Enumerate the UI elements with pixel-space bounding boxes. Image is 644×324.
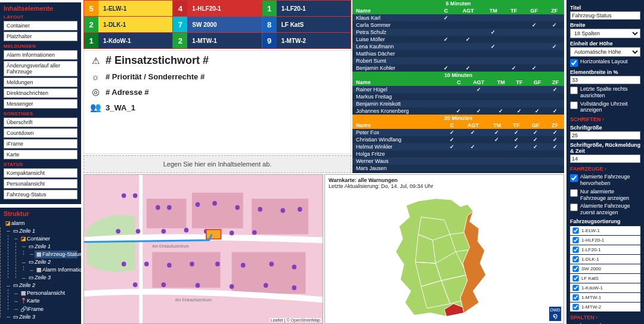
responder-row[interactable]: Werner Waus xyxy=(352,158,564,165)
responder-row[interactable]: Rainer Hügel xyxy=(352,86,564,93)
lbl-schriftgr: Schriftgröße xyxy=(570,125,640,131)
responder-row[interactable]: Petra Schulz xyxy=(352,29,564,36)
chk-horiz[interactable] xyxy=(570,59,578,67)
responder-row[interactable]: Helmut Winkler xyxy=(352,143,564,150)
btn-platzhalter[interactable]: Platzhalter xyxy=(4,32,78,41)
struktur-tree[interactable]: ◪alarm ▭Zeile 1 ◪Container ▭Zeile 1 ▦Fah… xyxy=(4,220,78,321)
vehicle-cell[interactable]: 91-MTW-2 xyxy=(262,33,351,48)
node-zeile3[interactable]: Zeile 3 xyxy=(19,314,35,320)
group-schriften[interactable]: SCHRIFTEN › xyxy=(570,116,640,122)
btn-personal[interactable]: Personalansicht xyxy=(4,179,78,189)
btn-iframe[interactable]: iFrame xyxy=(4,139,78,149)
node-iframe[interactable]: iFrame xyxy=(27,306,44,312)
btn-meldungen[interactable]: Meldungen xyxy=(4,78,78,87)
dropzone[interactable]: Legen Sie hier ein Inhaltselement ab. xyxy=(83,155,351,173)
btn-countdown[interactable]: Countdown xyxy=(4,128,78,138)
chk-alarm-first[interactable] xyxy=(570,203,578,211)
responder-row[interactable]: Christian Windfang xyxy=(352,136,564,143)
vehicle-status-number: 9 xyxy=(262,33,277,48)
node-zeile2[interactable]: Zeile 2 xyxy=(19,282,35,288)
vehicle-sort-item[interactable]: 1-KdoW-1 xyxy=(570,283,640,292)
vehicle-cell[interactable]: 21-DLK-1 xyxy=(84,17,172,32)
responder-row[interactable]: Lena Kaufmann xyxy=(352,43,564,50)
btn-kompakt[interactable]: Kompaktansicht xyxy=(4,168,78,178)
check-icon xyxy=(450,144,454,150)
vehicle-sort-item[interactable]: 1-ELW-1 xyxy=(570,226,640,235)
svg-point-27 xyxy=(215,261,220,266)
check-icon xyxy=(444,36,448,42)
node-inner-z3[interactable]: Zeile 3 xyxy=(35,274,51,280)
vehicle-status-number: 2 xyxy=(173,33,187,48)
responder-row[interactable]: Robert Sumt xyxy=(352,57,564,64)
vehicle-cell[interactable]: 8LF KatS xyxy=(262,17,351,32)
container-icon: ◪ xyxy=(20,235,26,243)
vehicle-cell[interactable]: 51-ELW-1 xyxy=(84,1,172,16)
responder-row[interactable]: Holga Fritze xyxy=(352,150,564,158)
node-container[interactable]: Container xyxy=(27,236,50,242)
chk-alarm-hi[interactable] xyxy=(570,174,578,182)
vehicle-sort-item[interactable]: 1-DLK-1 xyxy=(570,255,640,264)
chk-fulltime[interactable] xyxy=(570,101,578,109)
vehicle-cell[interactable]: 21-MTW-1 xyxy=(173,33,261,48)
vehicle-sort-item[interactable]: 1-MTW-1 xyxy=(570,293,640,302)
lbl-lastcol: Letzte Spalte rechts ausrichten xyxy=(580,86,640,99)
responder-row[interactable]: Markus Freitag xyxy=(352,93,564,100)
vehicle-cell[interactable]: 11-KdoW-1 xyxy=(84,33,172,48)
svg-text:Am Einkaufszentrum: Am Einkaufszentrum xyxy=(175,298,212,302)
node-fahrzeug-status[interactable]: Fahrzeug-Status xyxy=(42,251,82,257)
responder-row[interactable]: Mars Jausen xyxy=(352,165,564,172)
btn-alarm-info[interactable]: Alarm Informationen xyxy=(4,50,78,60)
btn-aenderungsverlauf[interactable]: Änderungsverlauf aller Fahrzeuge xyxy=(4,61,78,76)
node-karte[interactable]: Karte xyxy=(27,298,40,304)
group-spalten[interactable]: SPALTEN › xyxy=(570,314,640,320)
vehicle-cell[interactable]: 11-LF20-1 xyxy=(262,1,351,16)
btn-messenger[interactable]: Messenger xyxy=(4,99,78,109)
btn-direktnachrichten[interactable]: Direktnachrichten xyxy=(4,88,78,98)
vehicle-cell[interactable]: 7SW 2000 xyxy=(173,17,261,32)
responder-row[interactable]: Klaus Karl xyxy=(352,14,564,21)
responder-row[interactable]: Carla Sommer xyxy=(352,21,564,29)
svg-point-6 xyxy=(122,193,126,198)
svg-point-21 xyxy=(230,231,234,236)
btn-fahrzeug-status[interactable]: Fahrzeug-Status xyxy=(4,190,78,199)
vehicle-sort-item[interactable]: SW 2000 xyxy=(570,264,640,273)
input-schriftgr-rm[interactable] xyxy=(570,155,640,163)
input-elembreite[interactable] xyxy=(570,76,640,84)
lbl-alarm-hi: Alamierte Fahrzeuge hervorheben xyxy=(580,174,640,187)
vehicle-cell[interactable]: 41-HLF20-1 xyxy=(173,1,261,16)
select-breite[interactable]: 18 Spalten xyxy=(570,29,640,38)
select-einheit[interactable]: Automatische Höhe xyxy=(570,47,640,57)
responder-row[interactable]: Luise Möller xyxy=(352,36,564,43)
vehicle-sort-item[interactable]: 1-LF20-1 xyxy=(570,245,640,254)
group-fahrzeuge[interactable]: FAHRZEUGE › xyxy=(570,166,640,172)
responder-row[interactable]: Peter Fox xyxy=(352,129,564,136)
node-zeile1[interactable]: Zeile 1 xyxy=(19,228,35,234)
chk-lastcol[interactable] xyxy=(570,87,578,94)
btn-karte[interactable]: Karte xyxy=(4,150,78,159)
input-titel[interactable] xyxy=(570,11,640,20)
vehicle-sort-item[interactable]: 1-MTW-2 xyxy=(570,303,640,311)
street-map[interactable]: Am Einkaufszentrum Am Einkaufszentrum Le… xyxy=(83,174,323,324)
btn-ueberschrift[interactable]: Überschrift xyxy=(4,118,78,127)
vehicle-sort-item[interactable]: LF KatS xyxy=(570,274,640,283)
responder-section-header: 10 Minuten xyxy=(352,72,564,79)
vehicle-status-number: 1 xyxy=(84,33,98,48)
responder-row[interactable]: Johannes Kronenberg xyxy=(352,107,564,115)
btn-container[interactable]: Container xyxy=(4,21,78,30)
lbl-einheit: Einheit der Höhe xyxy=(570,41,640,47)
node-inner-z2[interactable]: Zeile 2 xyxy=(35,259,51,265)
check-icon xyxy=(532,65,537,71)
germany-map[interactable]: Warnkarte: alle Warnungen Letzte Aktuali… xyxy=(324,174,564,324)
chk-only-alarm[interactable] xyxy=(570,189,578,197)
responder-row[interactable]: Benjamin Kreiskott xyxy=(352,100,564,107)
input-schriftgr[interactable] xyxy=(570,131,640,140)
node-inner-z1[interactable]: Zeile 1 xyxy=(35,243,51,249)
vehicle-sort-list[interactable]: 1-ELW-11-HLF20-11-LF20-11-DLK-1SW 2000LF… xyxy=(570,226,640,311)
node-personalansicht[interactable]: Personalansicht xyxy=(27,290,65,296)
svg-point-31 xyxy=(133,282,138,287)
responder-row[interactable]: Matthias Dächer xyxy=(352,50,564,57)
vehicle-sort-item[interactable]: 1-HLF20-1 xyxy=(570,236,640,245)
responder-row[interactable]: Benjamin Kohler xyxy=(352,64,564,72)
node-alarm[interactable]: alarm xyxy=(11,220,25,226)
svg-point-18 xyxy=(162,229,166,234)
